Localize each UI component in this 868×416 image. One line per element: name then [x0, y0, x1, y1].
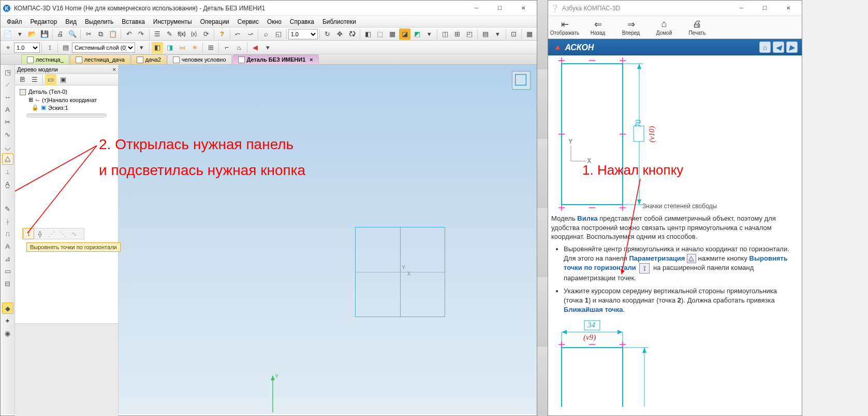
nav-show[interactable]: ⇤Отображать: [548, 16, 581, 38]
c3[interactable]: ⧦: [176, 42, 188, 53]
winlist-button[interactable]: ⊡: [508, 28, 520, 40]
tree-t4[interactable]: ▣: [57, 74, 69, 85]
open-button[interactable]: 📂: [26, 28, 38, 40]
layers-button[interactable]: ▤: [480, 28, 491, 40]
brand-home-button[interactable]: ⌂: [759, 41, 771, 53]
maximize-button[interactable]: ☐: [488, 1, 511, 16]
cut-button[interactable]: ✂: [83, 28, 94, 40]
help-button[interactable]: ?: [216, 28, 228, 40]
vt-d[interactable]: A: [2, 240, 13, 252]
help-content[interactable]: Y X 70 (v10) Значки степеней свободы 1. …: [548, 55, 802, 414]
copy-button[interactable]: ⧉: [95, 28, 107, 40]
menu-view[interactable]: Вид: [61, 17, 81, 26]
help-close-button[interactable]: ✕: [776, 1, 800, 16]
new-dd-button[interactable]: ▾: [14, 28, 26, 40]
snap-tool-button[interactable]: ⟟: [44, 42, 55, 53]
vt-e[interactable]: ⊿: [2, 253, 13, 264]
tab-chelovek[interactable]: человек условно: [167, 54, 231, 64]
exit-dd[interactable]: ▾: [262, 42, 273, 53]
vt-c[interactable]: ⎍: [2, 228, 13, 239]
snap-button[interactable]: ⌖: [2, 42, 13, 53]
tab-dacha2[interactable]: дача2: [131, 54, 167, 64]
menu-libraries[interactable]: Библиотеки: [318, 17, 360, 26]
menu-file[interactable]: Файл: [3, 17, 26, 26]
undo-button[interactable]: ↶: [123, 28, 135, 40]
vt-sp[interactable]: [2, 191, 13, 202]
rotate-button[interactable]: 🗘: [346, 28, 358, 40]
lay-dd[interactable]: ▾: [136, 42, 147, 53]
t1-button[interactable]: ◫: [439, 28, 451, 40]
close-tab-icon[interactable]: ×: [310, 56, 313, 63]
tree-t3[interactable]: ▭: [45, 74, 56, 85]
vt-f[interactable]: ▭: [2, 265, 13, 277]
redo-button[interactable]: ↷: [136, 28, 147, 40]
new-button[interactable]: 📄: [2, 28, 13, 40]
refresh-button[interactable]: ↻: [322, 28, 333, 40]
nav-print[interactable]: 🖨Печать: [681, 16, 714, 38]
expand-icon[interactable]: ⊞: [28, 96, 33, 103]
viewport[interactable]: Y X Y: [119, 65, 537, 414]
props-button[interactable]: ☰: [152, 28, 163, 40]
tab-lestnica[interactable]: лестница_: [21, 54, 69, 64]
pan-button[interactable]: ✥: [334, 28, 346, 40]
tree-root[interactable]: Деталь (Тел-0): [17, 88, 116, 96]
c1[interactable]: ◧: [152, 42, 163, 53]
menu-help[interactable]: Справка: [286, 17, 318, 26]
tab-active[interactable]: Деталь БЕЗ ИМЕНИ1×: [232, 54, 319, 64]
gridsnap-button[interactable]: ⊞: [205, 42, 216, 53]
link-nearest[interactable]: Ближайшая точка: [564, 306, 623, 313]
eq-button[interactable]: {x}: [188, 28, 200, 40]
vt-note[interactable]: A: [2, 104, 13, 115]
paste-button[interactable]: 📋: [108, 28, 119, 40]
menu-insert[interactable]: Вставка: [117, 17, 149, 26]
tab-lestnica-dacha[interactable]: лестница_дача: [70, 54, 130, 64]
save-button[interactable]: 💾: [39, 28, 50, 40]
iso-button[interactable]: ◧: [362, 28, 374, 40]
vt-j[interactable]: ✦: [2, 315, 13, 326]
nav-back[interactable]: ⇐Назад: [581, 16, 614, 38]
align-horiz-button[interactable]: ⟟: [23, 228, 34, 239]
nav-fwd[interactable]: ⇒Вперед: [614, 16, 648, 38]
link-vilka[interactable]: Вилка: [577, 214, 597, 222]
rebuild-button[interactable]: ⟳: [200, 28, 212, 40]
tree-origin[interactable]: ⊞⌙(т)Начало координат: [17, 96, 116, 104]
step-combo[interactable]: 1.0: [14, 42, 40, 53]
preview-button[interactable]: 🔍: [67, 28, 79, 40]
round-button[interactable]: ⏢: [233, 42, 245, 53]
tree-t2[interactable]: ☰: [29, 74, 40, 85]
vt-edit[interactable]: ◳: [2, 66, 13, 78]
grid-button[interactable]: ▦: [524, 28, 535, 40]
vt-geom[interactable]: ⟋: [2, 79, 13, 90]
menu-service[interactable]: Сервис: [233, 17, 263, 26]
vt-h[interactable]: [2, 290, 13, 302]
shade-button[interactable]: ◪: [399, 28, 410, 40]
c4[interactable]: ⧧: [189, 42, 200, 53]
shade2-button[interactable]: ◩: [411, 28, 423, 40]
lay-btn[interactable]: ▤: [60, 42, 71, 53]
p3[interactable]: ⋰: [46, 228, 57, 239]
vt-i[interactable]: ◆: [2, 303, 13, 314]
help-min-button[interactable]: ─: [730, 1, 753, 16]
vt-g[interactable]: ⊟: [2, 278, 13, 289]
persp-button[interactable]: ▾: [423, 28, 435, 40]
vt-dim[interactable]: ↔: [2, 91, 13, 103]
vt-spline[interactable]: ∿: [2, 128, 13, 140]
align-vert-button[interactable]: ⟠: [34, 228, 46, 239]
menu-window[interactable]: Окно: [263, 17, 286, 26]
ortho-button[interactable]: ⌐: [221, 42, 232, 53]
p5[interactable]: ∿: [68, 228, 80, 239]
brand-back-button[interactable]: ◀: [773, 41, 784, 53]
p4[interactable]: ⋱: [57, 228, 68, 239]
sketch-button[interactable]: ✎: [164, 28, 175, 40]
tree-sketch[interactable]: 🔒▣Эскиз:1: [17, 104, 116, 111]
menu-operations[interactable]: Операции: [196, 17, 233, 26]
wire-button[interactable]: ⬚: [375, 28, 386, 40]
link-param[interactable]: Параметризация: [629, 254, 685, 262]
zoom-fit-button[interactable]: ⌕: [260, 28, 272, 40]
vt-a[interactable]: ✎: [2, 203, 13, 214]
menu-edit[interactable]: Редактор: [26, 17, 62, 26]
c2[interactable]: ◨: [164, 42, 175, 53]
hline-button[interactable]: ▦: [387, 28, 398, 40]
layers-dd-button[interactable]: ▾: [492, 28, 504, 40]
vars-button[interactable]: f(x): [176, 28, 187, 40]
